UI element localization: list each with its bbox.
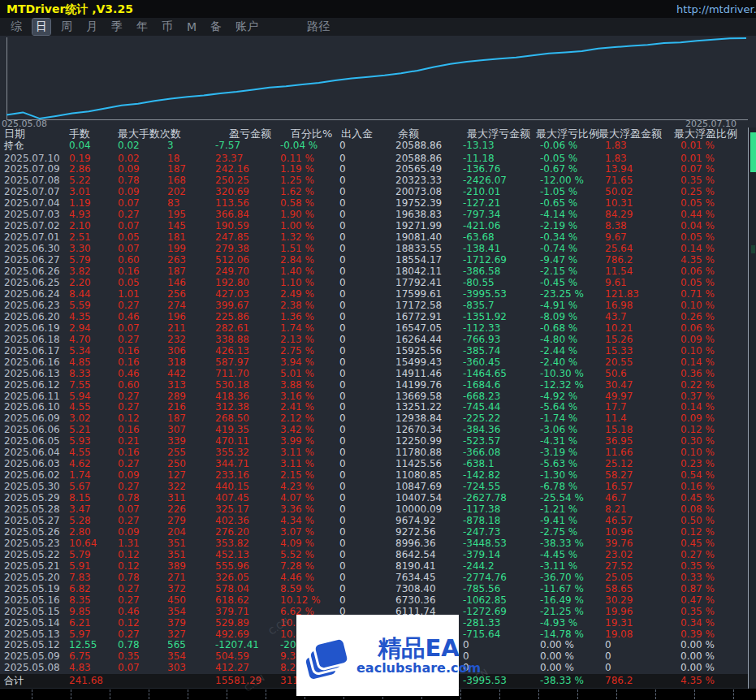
table-row[interactable]: 2025.06.252.200.05146192.801.10 %017792.… (0, 278, 756, 289)
column-header: 余额 (398, 127, 419, 140)
cell-max-float-loss: -1272.69 (463, 607, 507, 618)
position-row[interactable]: 持仓0.040.023-7.57-0.04 %020588.86-13.13-0… (0, 140, 756, 153)
column-header: 最大浮盈金额 (598, 127, 662, 140)
cell-max-float-profit: 10.21 (605, 323, 633, 335)
table-row[interactable]: 2025.05.283.470.07226325.173.36 %010000.… (0, 504, 756, 516)
cell-date: 2025.06.13 (4, 369, 60, 380)
cell-count: 263 (167, 255, 186, 266)
cell-max-float-loss-pct: -0.45 % (540, 278, 577, 289)
table-row[interactable]: 2025.05.262.800.09204276.203.07 %09272.5… (0, 527, 756, 538)
table-row[interactable]: 2025.06.055.930.21339470.113.99 %012250.… (0, 436, 756, 447)
table-row[interactable]: 2025.06.175.340.16306426.132.75 %015925.… (0, 346, 756, 357)
cell-date: 2025.06.12 (4, 380, 60, 391)
table-row[interactable]: 2025.05.298.150.78311407.454.07 %010407.… (0, 493, 756, 504)
menu-item-备[interactable]: 备 (207, 19, 225, 35)
table-row[interactable]: 2025.06.235.590.27274399.672.38 %017172.… (0, 300, 756, 312)
table-row[interactable]: 2025.05.2310.641.31351353.824.09 %08996.… (0, 538, 756, 550)
table-row[interactable]: 2025.05.215.910.12389555.967.28 %08190.4… (0, 561, 756, 573)
scrollbar-track[interactable] (749, 127, 756, 689)
menu-item-季[interactable]: 季 (108, 19, 126, 35)
cell-count: 187 (167, 266, 186, 278)
cell-balance: 8190.41 (395, 561, 436, 573)
cell-balance: 15499.43 (395, 357, 442, 369)
cell-max-float-profit: 121.83 (605, 289, 639, 300)
table-row[interactable]: 2025.05.196.820.27372578.048.59 %07308.4… (0, 584, 756, 595)
table-row[interactable]: 2025.07.034.930.27195366.841.90 %019638.… (0, 210, 756, 221)
table-row[interactable]: 2025.06.164.850.16318587.973.94 %015499.… (0, 357, 756, 369)
table-row[interactable]: 2025.05.207.830.78271326.054.46 %07634.4… (0, 573, 756, 584)
cell-max-lots: 0.07 (118, 198, 140, 210)
watermark-text: 精品EA eaclubshare.com (356, 635, 481, 676)
vendor-url-link[interactable]: http://mtdriver.c (676, 3, 756, 15)
table-row[interactable]: 2025.06.104.550.27216312.382.41 %013251.… (0, 402, 756, 413)
cell-max-lots: 0.16 (118, 266, 140, 278)
table-row[interactable]: 2025.07.022.100.07145190.591.00 %019271.… (0, 221, 756, 232)
cell-max-float-loss: -384.36 (463, 425, 500, 436)
table-row[interactable]: 2025.07.100.190.021823.370.11 %020588.86… (0, 153, 756, 165)
cell-balance: 13669.58 (395, 391, 442, 403)
cell-max-float-loss-pct: -23.25 % (540, 289, 584, 300)
cell-max-float-profit: 27.52 (605, 561, 633, 573)
menu-item-账户[interactable]: 账户 (232, 19, 261, 35)
cell-max-float-loss: -127.21 (463, 198, 500, 210)
cell-date: 2025.05.28 (4, 504, 60, 516)
cell-max-float-loss: -2774.76 (463, 573, 507, 584)
table-row[interactable]: 2025.07.012.510.05181247.851.32 %019081.… (0, 232, 756, 244)
cell-max-float-loss-pct: -0.06 % (540, 140, 577, 152)
cell-balance: 12670.34 (395, 425, 442, 436)
table-row[interactable]: 2025.05.305.670.27322440.154.23 %010847.… (0, 482, 756, 493)
table-row[interactable]: 2025.06.184.700.27232338.882.13 %016264.… (0, 335, 756, 346)
table-row[interactable]: 2025.06.034.620.27250344.713.11 %011425.… (0, 459, 756, 470)
menu-item-M[interactable]: M (184, 19, 200, 34)
table-row[interactable]: 2025.06.263.820.16187249.701.40 %018042.… (0, 266, 756, 278)
table-row[interactable]: 2025.06.093.020.12187268.502.12 %012938.… (0, 413, 756, 425)
cell-inout: 0 (339, 187, 346, 198)
cell-balance: 11425.56 (395, 459, 442, 470)
cell-pnl: 426.13 (215, 346, 249, 357)
menu-item-path[interactable]: 路径 (304, 19, 333, 35)
table-row[interactable]: 2025.06.275.790.60263512.062.84 %018554.… (0, 255, 756, 266)
cell-max-float-profit-pct: 0.12 % (680, 527, 715, 538)
menu-item-币[interactable]: 币 (158, 19, 176, 35)
table-row[interactable]: 2025.06.138.330.46442711.705.01 %014911.… (0, 369, 756, 380)
table-row[interactable]: 2025.06.248.441.01256427.032.49 %017599.… (0, 289, 756, 300)
cell-pnl-pct: 3.94 % (280, 357, 314, 369)
cell-lots: 5.22 (69, 175, 91, 187)
cell-date: 2025.05.19 (4, 584, 60, 595)
cell-pnl-pct: 2.12 % (280, 413, 314, 425)
table-row[interactable]: 2025.06.065.210.16307419.353.42 %012670.… (0, 425, 756, 436)
table-row[interactable]: 2025.06.044.550.16255355.323.11 %011780.… (0, 447, 756, 459)
menu-item-综[interactable]: 综 (7, 19, 25, 35)
column-header: 盈亏金额 (229, 127, 271, 140)
cell-max-float-loss-pct: -16.49 % (540, 595, 584, 607)
cell-max-float-profit-pct: 0.33 % (680, 573, 715, 584)
table-row[interactable]: 2025.06.127.550.60313530.183.88 %014199.… (0, 380, 756, 391)
table-row[interactable]: 2025.06.303.300.07199279.381.51 %018833.… (0, 244, 756, 255)
table-row[interactable]: 2025.05.225.790.12351452.135.52 %08642.5… (0, 550, 756, 561)
cell-pnl-pct: 2.49 % (280, 289, 314, 300)
table-row[interactable]: 2025.05.275.280.27279402.364.34 %09674.9… (0, 516, 756, 527)
table-row[interactable]: 2025.07.085.220.78168250.251.25 %020323.… (0, 175, 756, 187)
table-row[interactable]: 2025.07.041.190.0783113.560.58 %019752.3… (0, 198, 756, 210)
cell-inout: 0 (339, 425, 346, 436)
cell-max-float-loss: -136.76 (463, 164, 500, 175)
table-row[interactable]: 2025.06.115.940.27289418.363.16 %013669.… (0, 391, 756, 403)
cell-max-float-profit: 15.33 (605, 346, 633, 357)
cell-max-float-profit-pct: 0.35 % (680, 561, 715, 573)
menu-item-年[interactable]: 年 (133, 19, 151, 35)
table-row[interactable]: 2025.07.092.860.09187242.161.19 %020565.… (0, 164, 756, 175)
menu-item-日[interactable]: 日 (32, 19, 50, 35)
cell-max-lots: 0.27 (118, 584, 140, 595)
menu-item-月[interactable]: 月 (83, 19, 101, 35)
table-row[interactable]: 2025.06.021.740.09127233.162.15 %011080.… (0, 470, 756, 482)
scrollbar-thumb[interactable] (750, 132, 756, 172)
table-row[interactable]: 2025.06.204.350.46196225.861.36 %016772.… (0, 312, 756, 323)
cell-count: 354 (167, 651, 186, 663)
cell-count: 307 (167, 425, 186, 436)
cell-max-float-profit: 20.55 (605, 357, 633, 369)
table-row[interactable]: 2025.06.192.940.07211282.611.74 %016547.… (0, 323, 756, 335)
cell-lots: 5.93 (69, 436, 91, 447)
table-row[interactable]: 2025.05.168.350.27450618.6210.12 %06730.… (0, 595, 756, 607)
menu-item-周[interactable]: 周 (58, 19, 76, 35)
table-row[interactable]: 2025.07.073.010.09202320.691.62 %020073.… (0, 187, 756, 198)
